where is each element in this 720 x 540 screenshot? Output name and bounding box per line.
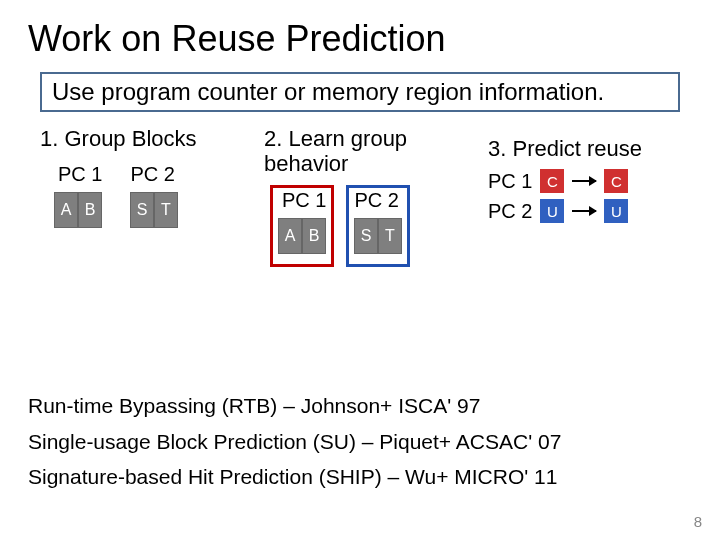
three-columns: 1. Group Blocks PC 1 PC 2 A B S T 2. Lea… (0, 112, 720, 254)
group-frame-blue (346, 185, 410, 267)
group-frame-red (270, 185, 334, 267)
pred-row-2: PC 2 U U (488, 199, 680, 223)
pred2-block-out: U (604, 199, 628, 223)
col1-pair1: A B (54, 192, 102, 228)
ref-2: Single-usage Block Prediction (SU) – Piq… (28, 424, 561, 460)
references: Run-time Bypassing (RTB) – Johnson+ ISCA… (28, 388, 561, 495)
pred1-block-in: C (540, 169, 564, 193)
pred1-pc-label: PC 1 (488, 170, 532, 193)
block-S: S (130, 192, 154, 228)
block-T: T (154, 192, 178, 228)
column-1: 1. Group Blocks PC 1 PC 2 A B S T (40, 126, 232, 254)
col1-pc2-label: PC 2 (130, 163, 174, 186)
ref-3: Signature-based Hit Prediction (SHIP) – … (28, 459, 561, 495)
arrow-icon-2 (572, 210, 596, 212)
col3-heading: 3. Predict reuse (488, 126, 680, 161)
col2-heading: 2. Learn group behavior (264, 126, 456, 177)
col1-diagram: PC 1 PC 2 A B S T (40, 163, 232, 228)
page-number: 8 (694, 513, 702, 530)
pred2-pc-label: PC 2 (488, 200, 532, 223)
block-B: B (78, 192, 102, 228)
slide-title: Work on Reuse Prediction (0, 0, 720, 68)
pred-row-1: PC 1 C C (488, 169, 680, 193)
highlight-box: Use program counter or memory region inf… (40, 72, 680, 112)
pred1-block-out: C (604, 169, 628, 193)
col2-diagram: PC 1 PC 2 A B S T (264, 189, 456, 254)
col1-heading: 1. Group Blocks (40, 126, 232, 151)
ref-1: Run-time Bypassing (RTB) – Johnson+ ISCA… (28, 388, 561, 424)
column-3: 3. Predict reuse PC 1 C C PC 2 U U (488, 126, 680, 254)
col1-pc1-label: PC 1 (58, 163, 102, 186)
prediction-rows: PC 1 C C PC 2 U U (488, 169, 680, 223)
column-2: 2. Learn group behavior PC 1 PC 2 A B S … (264, 126, 456, 254)
arrow-icon-1 (572, 180, 596, 182)
col1-pair2: S T (130, 192, 178, 228)
block-A: A (54, 192, 78, 228)
pred2-block-in: U (540, 199, 564, 223)
